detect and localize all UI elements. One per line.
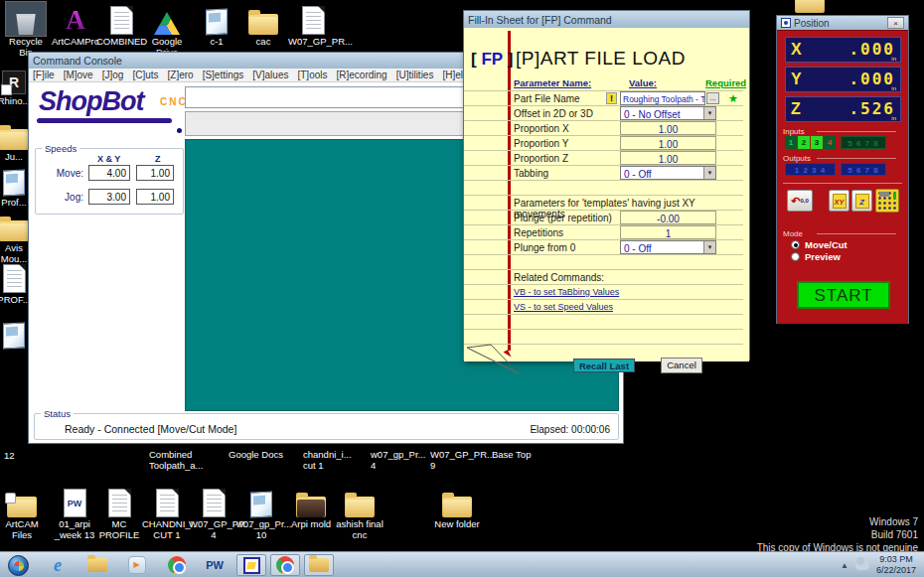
required-star-icon: ★ [728,92,738,105]
desktop-label-chandni[interactable]: chandni_i... cut 1 [303,450,373,471]
move-z-field[interactable]: 1.00 [136,165,174,181]
dialog-titlebar[interactable]: Fill-In Sheet for [FP] Command [464,11,749,28]
desktop-icon-ju[interactable]: Ju... [0,117,28,163]
taskbar-chrome[interactable] [165,554,189,576]
taskbar-pw-app[interactable]: PW [203,554,227,576]
zero-axes-button[interactable]: ↶ 0,0 [787,190,813,212]
desktop-icon-combined[interactable]: COMBINED [96,2,146,48]
menu-settings[interactable]: [S]ettings [203,70,244,80]
tabbing-dropdown[interactable]: 0 - Off▼ [620,166,716,180]
plunge-from-dropdown[interactable]: 0 - Off▼ [620,240,716,254]
menu-values[interactable]: [V]alues [252,70,288,80]
menu-zero[interactable]: [Z]ero [168,70,194,80]
menu-utilities[interactable]: [U]tilities [396,70,434,80]
chevron-down-icon[interactable]: ▼ [703,107,715,119]
jog-xy-field[interactable]: 3.00 [88,189,130,205]
menu-move[interactable]: [M]ove [64,70,93,80]
proportion-x-field[interactable]: 1.00 [620,121,716,135]
start-button[interactable]: START [797,281,890,309]
move-cut-radio[interactable] [791,240,800,249]
desktop-icon-cac[interactable]: cac [238,2,288,48]
menu-file[interactable]: [F]ile [33,70,55,80]
desktop-icon-w07-gp-10[interactable]: w07_gp_Pr... 10 [236,485,286,540]
text-document-icon [3,264,26,293]
repetitions-field[interactable]: 1 [620,225,716,239]
zero-xy-button[interactable]: XY [829,190,849,212]
desktop-icon-arpi-mold[interactable]: Arpi mold [286,485,336,530]
speeds-group: Speeds X & Y Z Move: 4.00 1.00 Jog: 3.00… [35,148,184,215]
status-text: Ready - Connected [Move/Cut Mode] [65,423,236,435]
desktop-icon-prof[interactable]: Prof... [0,163,28,209]
desktop-icon-prof2[interactable]: PROF... [0,260,28,306]
proportion-z-field[interactable]: 1.00 [620,151,716,165]
menu-tools[interactable]: [T]ools [297,70,327,80]
row-part-file: Part File Name ! Roughing Toolpath - Top… [464,91,743,106]
proportion-y-field[interactable]: 1.00 [620,136,716,150]
desktop-icon-rhino[interactable]: R Rhino... [0,62,28,107]
desktop-label-w07-9[interactable]: W07_GP_PR... 9 [430,450,500,471]
menu-recording[interactable]: [R]ecording [336,70,386,80]
zero-z-button[interactable]: Z [851,190,872,212]
recall-last-button[interactable]: Recall Last [573,359,635,372]
menu-jog[interactable]: [J]og [102,70,124,80]
taskbar-media-player[interactable] [125,554,149,576]
taskbar-clock[interactable]: 9:03 PM 6/22/2017 [876,554,916,576]
desktop-icon-mc-profile[interactable]: MC PROFILE [94,485,144,540]
desktop-icon-new-folder[interactable]: New folder [432,485,482,530]
part-file-field[interactable]: Roughing Toolpath - Top.s [620,91,705,105]
chevron-down-icon[interactable]: ▼ [703,167,715,179]
desktop-icon-avis-mou[interactable]: Avis Mou... [0,209,28,264]
desktop-icon-chandni-cut1[interactable]: CHANDNI_I... CUT 1 [142,485,192,540]
file-icon [3,169,25,196]
x-axis-readout: X .000 in [785,37,901,63]
fill-in-sheet-dialog: Fill-In Sheet for [FP] Command [ FP ] [P… [463,10,750,361]
desktop-icon-artcampro[interactable]: A ArtCAMPro [51,2,100,48]
vb-link[interactable]: VB - to set TaBbing Values [514,287,619,297]
desktop-icon-01-arpi[interactable]: PW 01_arpi _week 13 [50,485,99,540]
taskbar-chrome-running[interactable] [270,554,300,576]
start-button[interactable] [6,554,30,576]
taskbar-explorer[interactable] [85,554,109,576]
close-icon[interactable]: × [887,17,904,29]
row-link-vb: VB - to set TaBbing Values [464,285,743,300]
desktop-icon-file[interactable] [0,316,28,351]
offset-dropdown[interactable]: 0 - No Offset▼ [620,106,716,120]
move-cut-label[interactable]: Move/Cut [805,239,847,250]
file-icon [206,8,228,35]
z-page-icon: Z [855,194,869,209]
cancel-button[interactable]: Cancel [661,358,702,373]
taskbar-folder-running[interactable] [304,554,334,576]
menu-cuts[interactable]: [C]uts [132,70,158,80]
jog-z-field[interactable]: 1.00 [136,189,174,205]
elapsed-time: Elapsed: 00:00:06 [530,424,610,435]
desktop-icon-w07-gp-4[interactable]: W07_GP_PR... 4 [189,485,238,540]
desktop-label-12[interactable]: 12 [4,451,24,462]
desktop-icon-c1[interactable]: c-1 [192,2,241,48]
outputs-label: Outputs [783,154,811,163]
move-xy-field[interactable]: 4.00 [88,165,130,181]
position-titlebar[interactable]: Position × [777,16,908,30]
keypad-button[interactable] [875,189,899,213]
input-indicator-4: 4 [824,136,836,149]
preview-radio[interactable] [791,252,800,261]
network-icon[interactable] [855,561,869,570]
desktop-icon-ashish-final[interactable]: ashish final cnc [335,485,385,540]
taskbar-shopbot-running[interactable] [236,554,266,576]
dialog-heading: [P]ART FILE LOAD [516,48,686,70]
desktop-icon-google-drive[interactable]: Google Drive [142,2,192,58]
tray-expand-icon[interactable]: ▲ [841,561,848,570]
desktop-icon-artcam-files[interactable]: ArtCAM Files [0,485,47,540]
keypad-screen [879,192,889,197]
vs-link[interactable]: VS - to set Speed Values [514,302,613,312]
plunge-field[interactable]: -0.00 [620,211,716,224]
desktop-label-google-docs[interactable]: Google Docs [229,450,298,461]
row-repetitions: Repetitions 1 [464,225,743,240]
preview-label[interactable]: Preview [805,251,841,262]
desktop-icon-w07[interactable]: W07_GP_PR... [288,2,338,48]
browse-button[interactable]: ... [706,92,719,104]
chevron-down-icon[interactable]: ▼ [703,241,715,253]
text-document-icon [302,6,325,35]
desktop-label-combined-toolpath[interactable]: Combined Toolpath_a... [149,450,221,471]
desktop-label-base-top[interactable]: Base Top [492,450,557,461]
taskbar-internet-explorer[interactable]: e [46,554,70,576]
